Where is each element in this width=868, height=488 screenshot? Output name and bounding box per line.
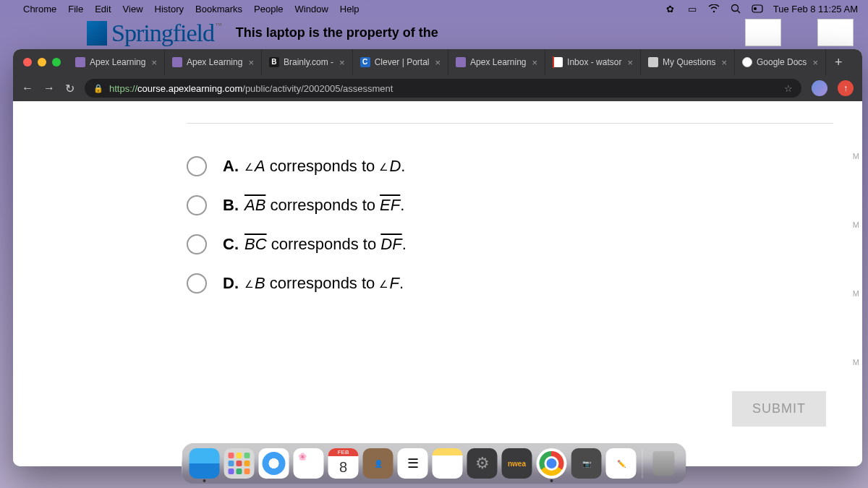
dock-calendar[interactable]: FEB 8: [328, 448, 359, 479]
new-tab-button[interactable]: +: [826, 49, 851, 75]
dock-launchpad[interactable]: [224, 448, 255, 479]
generic-favicon: [648, 57, 658, 67]
url-input[interactable]: 🔒 https://course.apexlearning.com/public…: [85, 79, 801, 98]
watermark: M: [853, 289, 859, 298]
menu-window[interactable]: Window: [295, 4, 328, 14]
dock-settings[interactable]: ⚙: [467, 448, 498, 479]
dock-notes[interactable]: [433, 448, 463, 479]
dock-safari[interactable]: [259, 448, 289, 479]
back-button[interactable]: ←: [22, 82, 33, 95]
minimize-window-button[interactable]: [38, 58, 46, 67]
url-text: https://course.apexlearning.com/public/a…: [109, 83, 393, 94]
classroom-icon[interactable]: ✿: [665, 3, 676, 14]
springfield-logo-mark: [87, 21, 107, 46]
desktop-window-thumbs: [745, 19, 854, 46]
window-controls: [20, 49, 68, 75]
svg-point-4: [754, 7, 757, 10]
banner-line-1: This laptop is the property of the: [236, 26, 438, 40]
gmail-favicon: [553, 57, 563, 67]
address-bar: ← → ↻ 🔒 https://course.apexlearning.com/…: [13, 75, 862, 101]
menu-help[interactable]: Help: [340, 4, 359, 14]
search-icon[interactable]: [730, 3, 741, 14]
calendar-day: 8: [339, 456, 347, 479]
close-tab-icon[interactable]: ×: [339, 57, 345, 68]
apex-favicon: [75, 57, 85, 67]
close-window-button[interactable]: [23, 58, 32, 67]
tab-bar: Apex Learning× Apex Learning× BBrainly.c…: [13, 49, 862, 75]
option-a-text: A.∠A corresponds to ∠D.: [223, 157, 405, 176]
dock-textedit[interactable]: ✏️: [606, 448, 637, 479]
menu-history[interactable]: History: [155, 4, 184, 14]
wifi-icon[interactable]: [708, 3, 720, 14]
extension-icon[interactable]: ↑: [838, 80, 854, 96]
menubar-datetime[interactable]: Tue Feb 8 11:25 AM: [773, 4, 858, 14]
dock-photobooth[interactable]: 📷: [571, 448, 602, 479]
menu-people[interactable]: People: [254, 4, 283, 14]
radio-button[interactable]: [187, 234, 207, 254]
dock-reminders[interactable]: ☰: [398, 448, 428, 479]
dock-nwea[interactable]: nwea: [502, 448, 532, 479]
calendar-month: FEB: [328, 448, 359, 456]
control-center-icon[interactable]: [752, 3, 763, 14]
app-name[interactable]: Chrome: [23, 4, 56, 14]
clever-favicon: C: [360, 57, 370, 67]
menu-view[interactable]: View: [123, 4, 143, 14]
chrome-window: Apex Learning× Apex Learning× BBrainly.c…: [13, 49, 862, 466]
close-tab-icon[interactable]: ×: [435, 57, 441, 68]
close-tab-icon[interactable]: ×: [151, 57, 157, 68]
apex-favicon: [172, 57, 182, 67]
tab-my-questions[interactable]: My Questions×: [641, 49, 735, 75]
reload-button[interactable]: ↻: [65, 82, 75, 95]
brainly-favicon: B: [269, 57, 279, 67]
dock-trash[interactable]: [649, 448, 679, 479]
svg-point-0: [712, 11, 714, 12]
radio-button[interactable]: [187, 273, 207, 294]
watermark: M: [853, 152, 859, 160]
tab-gmail[interactable]: Inbox - watsor×: [545, 49, 641, 75]
lock-icon: 🔒: [93, 84, 103, 93]
tab-google-docs[interactable]: Google Docs×: [735, 49, 826, 75]
close-tab-icon[interactable]: ×: [812, 57, 818, 68]
desktop-wallpaper-banner: Springfield™ This laptop is the property…: [0, 17, 868, 49]
submit-button[interactable]: SUBMIT: [732, 391, 826, 427]
dock-separator: [642, 448, 643, 479]
dock-contacts[interactable]: 👤: [363, 448, 393, 479]
option-b-text: B.AB corresponds to EF.: [223, 196, 404, 215]
option-d-text: D.∠B corresponds to ∠F.: [223, 274, 404, 293]
dock-photos[interactable]: 🌸: [294, 448, 324, 479]
tab-apex-3[interactable]: Apex Learning×: [448, 49, 545, 75]
page-content: M M M M A.∠A corresponds to ∠D. B.AB cor…: [13, 101, 862, 466]
profile-avatar[interactable]: [812, 80, 827, 96]
macos-menubar: Chrome File Edit View History Bookmarks …: [0, 0, 868, 17]
tab-clever[interactable]: CClever | Portal×: [353, 49, 448, 75]
option-b[interactable]: B.AB corresponds to EF.: [187, 195, 833, 215]
svg-point-1: [731, 5, 738, 12]
tab-apex-2[interactable]: Apex Learning×: [165, 49, 262, 75]
close-tab-icon[interactable]: ×: [721, 57, 727, 68]
close-tab-icon[interactable]: ×: [248, 57, 254, 68]
menu-file[interactable]: File: [68, 4, 83, 14]
option-a[interactable]: A.∠A corresponds to ∠D.: [187, 156, 833, 176]
forward-button[interactable]: →: [43, 82, 55, 95]
tab-apex-1[interactable]: Apex Learning×: [68, 49, 165, 75]
macos-dock: 🌸 FEB 8 👤 ☰ ⚙ nwea 📷 ✏️: [182, 443, 686, 484]
radio-button[interactable]: [187, 195, 207, 215]
option-c[interactable]: C.BC corresponds to DF.: [187, 234, 833, 254]
battery-icon[interactable]: ▭: [686, 3, 698, 14]
dock-chrome[interactable]: [537, 448, 567, 479]
desktop-thumb[interactable]: [817, 19, 854, 46]
watermark: M: [853, 221, 859, 229]
answer-options: A.∠A corresponds to ∠D. B.AB corresponds…: [187, 156, 833, 294]
menu-bookmarks[interactable]: Bookmarks: [195, 4, 242, 14]
maximize-window-button[interactable]: [52, 58, 61, 67]
close-tab-icon[interactable]: ×: [532, 57, 537, 68]
desktop-thumb[interactable]: [745, 19, 781, 46]
bookmark-star-icon[interactable]: ☆: [784, 83, 793, 94]
menu-edit[interactable]: Edit: [95, 4, 111, 14]
tab-brainly[interactable]: BBrainly.com - ×: [262, 49, 353, 75]
close-tab-icon[interactable]: ×: [627, 57, 633, 68]
watermark: M: [853, 358, 859, 367]
option-d[interactable]: D.∠B corresponds to ∠F.: [187, 273, 833, 294]
dock-finder[interactable]: [190, 448, 220, 479]
radio-button[interactable]: [187, 156, 207, 176]
